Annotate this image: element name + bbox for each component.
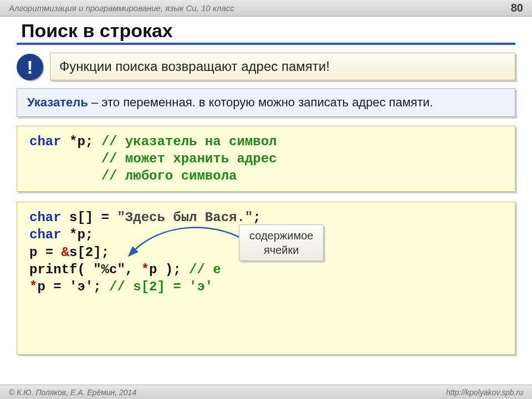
- definition-rest: – это переменная. в которую можно записа…: [88, 95, 433, 109]
- exclamation-icon: !: [17, 54, 43, 80]
- footer-url: http://kpolyakov.spb.ru: [446, 388, 523, 397]
- code-operator: *: [141, 262, 149, 277]
- code-text: *p;: [62, 134, 101, 149]
- footer-bar: © К.Ю. Поляков, Е.А. Ерёмин, 2014 http:/…: [0, 385, 532, 399]
- title-underline: [17, 43, 515, 45]
- note-row: ! Функции поиска возвращают адрес памяти…: [17, 53, 515, 80]
- code-keyword: char: [29, 210, 62, 225]
- callout-box: содержимое ячейки: [239, 224, 324, 261]
- code-comment: // s[2] = 'э': [109, 279, 213, 294]
- code-block-2: char s[] = "Здесь был Вася."; char *p; p…: [17, 202, 515, 355]
- code-text: p );: [149, 262, 189, 277]
- code-keyword: char: [29, 134, 62, 149]
- code-comment: // любого символа: [101, 168, 237, 183]
- code-comment: // е: [189, 262, 221, 277]
- definition-term: Указатель: [27, 95, 88, 109]
- code-text: s[2];: [69, 245, 109, 260]
- code-text: *p;: [62, 227, 94, 242]
- course-line: Алгоритмизация и программирование, язык …: [9, 3, 234, 13]
- code-block-1: char *p; // указатель на символ // может…: [17, 126, 515, 192]
- code-pad: [29, 151, 101, 166]
- slide-title: Поиск в строках: [17, 20, 515, 42]
- code-text: printf( "%c",: [29, 262, 141, 277]
- page-number: 80: [511, 2, 523, 14]
- slide-content: Поиск в строках ! Функции поиска возвращ…: [0, 17, 532, 355]
- code-operator: &: [62, 245, 69, 260]
- copyright-text: © К.Ю. Поляков, Е.А. Ерёмин, 2014: [9, 388, 136, 397]
- code-comment: // указатель на символ: [101, 134, 277, 149]
- code-keyword: char: [29, 227, 62, 242]
- definition-box: Указатель – это переменная. в которую мо…: [17, 88, 515, 117]
- header-bar: Алгоритмизация и программирование, язык …: [0, 0, 532, 17]
- code-string: "Здесь был Вася.": [117, 210, 253, 225]
- code-text: p = 'э';: [37, 279, 109, 294]
- code-comment: // может хранить адрес: [101, 151, 277, 166]
- code-text: ;: [253, 210, 260, 225]
- code-text: p =: [29, 245, 62, 260]
- code-operator: *: [29, 279, 37, 294]
- note-box: Функции поиска возвращают адрес памяти!: [50, 53, 515, 80]
- code-pad: [29, 168, 101, 183]
- code-text: s[] =: [62, 210, 117, 225]
